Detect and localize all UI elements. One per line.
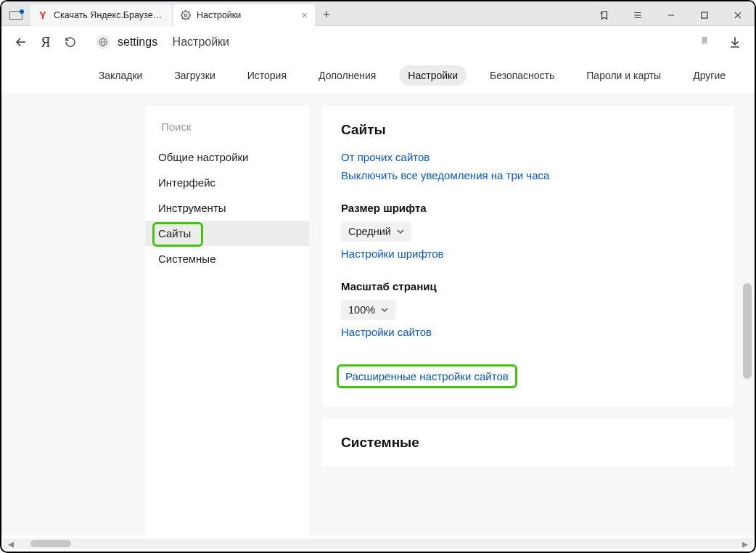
tab-yandex-download[interactable]: Y Скачать Яндекс.Браузер д [30,4,172,26]
sidebar-item-tools[interactable]: Инструменты [145,195,309,221]
topnav-bookmarks[interactable]: Закладки [90,65,152,86]
link-site-settings[interactable]: Настройки сайтов [341,326,715,338]
topnav-downloads[interactable]: Загрузки [165,65,223,86]
link-advanced-site-settings[interactable]: Расширенные настройки сайтов [341,367,513,385]
bookmarks-button[interactable] [588,4,621,26]
vertical-scrollbar[interactable] [743,283,752,379]
downloads-button[interactable] [723,36,747,49]
scroll-left-icon[interactable]: ◂ [6,539,16,548]
sites-card: Сайты От прочих сайтов Выключить все уве… [322,106,734,407]
gear-icon [181,10,191,20]
page-scale-value: 100% [348,304,375,316]
address-bar: Я settings Настройки [1,26,755,58]
yandex-favicon: Y [38,10,48,20]
tab-title: Настройки [197,10,297,20]
window-controls [588,4,755,25]
topnav-settings[interactable]: Настройки [399,65,467,86]
bookmark-icon[interactable] [699,36,710,49]
maximize-button[interactable] [688,4,721,26]
address-text: settings Настройки [118,36,229,49]
font-size-heading: Размер шрифта [341,202,715,214]
minimize-button[interactable] [654,4,688,26]
svg-point-0 [184,14,187,17]
link-font-settings[interactable]: Настройки шрифтов [341,247,715,260]
link-mute-notifications[interactable]: Выключить все уведомления на три часа [341,169,715,181]
system-card: Системные [322,419,734,467]
font-size-dropdown[interactable]: Средний [341,221,411,242]
sites-title: Сайты [341,122,715,138]
settings-topnav: Закладки Загрузки История Дополнения Нас… [1,58,755,93]
sidebar-item-interface[interactable]: Интерфейс [145,170,309,195]
page-scale-heading: Масштаб страниц [341,280,715,292]
search-input[interactable]: Поиск [154,115,300,139]
tab-settings[interactable]: Настройки × [173,4,315,26]
topnav-history[interactable]: История [239,65,295,86]
reload-button[interactable] [58,30,83,54]
svg-rect-5 [702,12,707,17]
page-scale-dropdown[interactable]: 100% [341,300,395,320]
system-title: Системные [341,435,715,451]
content-area: Поиск Общие настройки Интерфейс Инструме… [1,93,755,536]
tab-title: Скачать Яндекс.Браузер д [54,10,165,20]
topnav-other[interactable]: Другие [684,65,734,86]
font-size-value: Средний [348,226,391,237]
link-other-sites[interactable]: От прочих сайтов [341,151,715,163]
yandex-home-button[interactable]: Я [33,30,58,54]
sidebar-item-general[interactable]: Общие настройки [145,144,309,170]
new-tab-button[interactable]: + [316,4,337,25]
scroll-right-icon[interactable]: ▸ [740,539,750,548]
horizontal-scrollbar[interactable]: ◂ ▸ [3,538,753,549]
panel-icon [9,11,22,20]
close-icon[interactable]: × [302,9,308,21]
main-panel: Сайты От прочих сайтов Выключить все уве… [322,106,734,536]
sidebar-item-system[interactable]: Системные [145,246,309,271]
topnav-security[interactable]: Безопасность [481,65,563,86]
address-field[interactable]: settings Настройки [89,30,717,54]
settings-sidebar: Поиск Общие настройки Интерфейс Инструме… [145,106,309,536]
topnav-passwords[interactable]: Пароли и карты [578,65,670,86]
site-info-icon[interactable] [96,35,110,49]
hscroll-thumb[interactable] [30,540,71,547]
topnav-addons[interactable]: Дополнения [310,65,385,86]
menu-button[interactable] [621,4,654,26]
titlebar: Y Скачать Яндекс.Браузер д Настройки × + [1,1,755,26]
chevron-down-icon [381,304,388,316]
back-button[interactable] [9,30,33,54]
close-window-button[interactable] [721,4,755,26]
sidebar-item-sites[interactable]: Сайты [145,221,309,246]
sidebar-toggle[interactable] [1,4,30,25]
chevron-down-icon [397,226,404,237]
